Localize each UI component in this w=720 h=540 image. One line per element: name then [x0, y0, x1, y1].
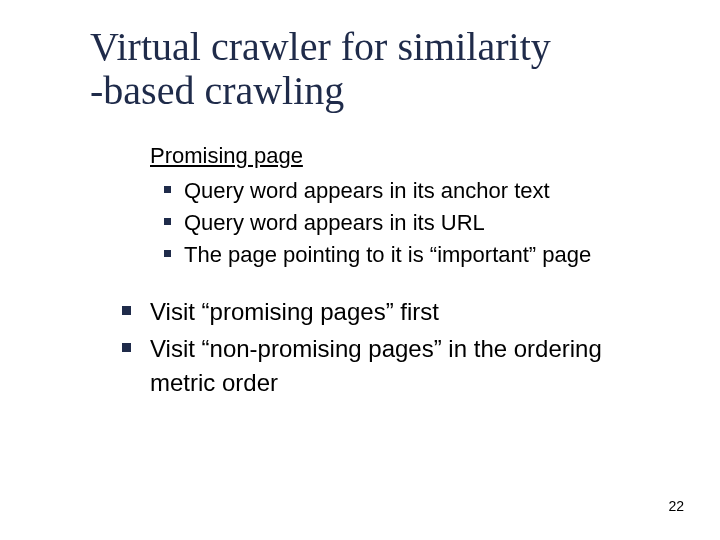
list-item: Visit “promising pages” first: [108, 295, 660, 329]
square-bullet-icon: [164, 250, 171, 257]
list-item: Query word appears in its anchor text: [150, 175, 660, 207]
list-item: The page pointing to it is “important” p…: [150, 239, 660, 271]
subitem-text: The page pointing to it is “important” p…: [184, 242, 591, 267]
mainitem-text: Visit “promising pages” first: [150, 298, 439, 325]
subitem-text: Query word appears in its URL: [184, 210, 485, 235]
square-bullet-icon: [122, 343, 131, 352]
list-item: Query word appears in its URL: [150, 207, 660, 239]
slide-content: Promising page Query word appears in its…: [150, 143, 660, 399]
slide: Virtual crawler for similarity -based cr…: [0, 0, 720, 540]
subheading-promising-page: Promising page: [150, 143, 660, 169]
subitem-text: Query word appears in its anchor text: [184, 178, 550, 203]
square-bullet-icon: [164, 218, 171, 225]
square-bullet-icon: [164, 186, 171, 193]
title-line-2: -based crawling: [90, 68, 344, 113]
slide-title: Virtual crawler for similarity -based cr…: [90, 25, 680, 113]
list-item: Visit “non-promising pages” in the order…: [108, 332, 660, 399]
subitems-list: Query word appears in its anchor text Qu…: [150, 175, 660, 271]
mainitem-text: Visit “non-promising pages” in the order…: [150, 335, 602, 396]
mainitems-list: Visit “promising pages” first Visit “non…: [108, 295, 660, 400]
page-number: 22: [668, 498, 684, 514]
square-bullet-icon: [122, 306, 131, 315]
title-line-1: Virtual crawler for similarity: [90, 24, 551, 69]
